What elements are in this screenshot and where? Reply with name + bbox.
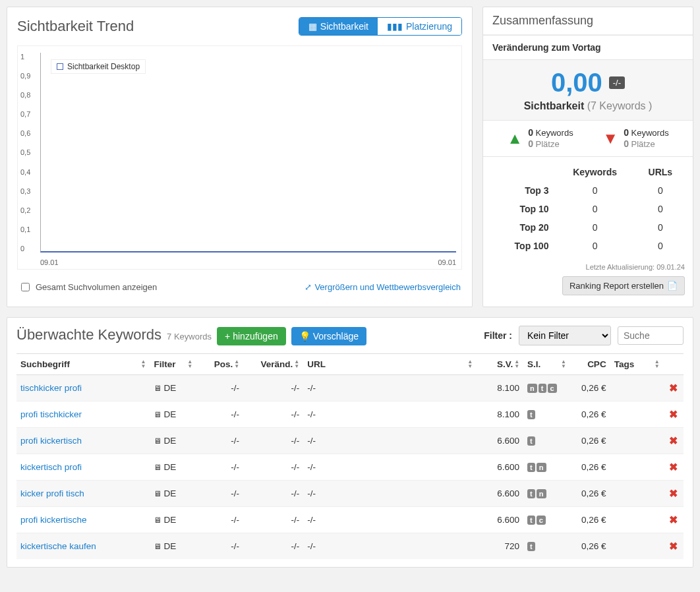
add-keyword-button[interactable]: + hinzufügen [217, 327, 286, 345]
chart: 10,90,80,70,60,50,40,30,20,10 Sichtbarke… [17, 45, 462, 270]
si-badge: t [527, 489, 535, 498]
down-keywords-label: Keywords [631, 128, 669, 138]
top-row-keywords: 0 [555, 181, 634, 200]
monitor-icon [154, 515, 163, 525]
si-badge: t [539, 384, 546, 393]
si-badge: c [537, 516, 546, 525]
bar-chart-icon: ▮▮▮ [387, 21, 403, 32]
delete-icon[interactable]: ✖ [669, 409, 678, 420]
col-si[interactable]: S.I.▲▼ [523, 354, 570, 375]
pos-value: -/- [196, 454, 243, 481]
si-badge: n [527, 384, 537, 393]
y-tick: 0,2 [20, 206, 40, 214]
si-cell: tn [523, 481, 570, 507]
top-row-urls: 0 [635, 181, 686, 200]
monitor-icon [154, 462, 163, 472]
si-cell: tn [523, 454, 570, 481]
gesamt-suchvolumen-checkbox[interactable] [21, 283, 30, 291]
gesamt-suchvolumen-checkbox-wrap[interactable]: Gesamt Suchvolumen anzeigen [18, 281, 157, 293]
keyword-link[interactable]: tischkicker profi [20, 383, 82, 393]
down-places-num: 0 [624, 138, 629, 149]
arrow-down-icon: ▼ [602, 129, 618, 148]
url-value: -/- [303, 375, 477, 401]
trend-panel: Sichtbarkeit Trend ▦ Sichtbarkeit ▮▮▮ Pl… [7, 7, 473, 307]
delete-icon[interactable]: ✖ [669, 541, 678, 552]
sichtbarkeit-count: (7 Keywords ) [587, 100, 653, 111]
monitor-icon [154, 541, 163, 551]
keyword-link[interactable]: kicker profi tisch [20, 488, 84, 498]
search-input[interactable] [618, 326, 684, 345]
verand-value: -/- [243, 375, 303, 401]
filter-value: DE [163, 488, 176, 498]
toggle-sichtbarkeit-label: Sichtbarkeit [320, 21, 368, 32]
filter-select[interactable]: Kein Filter [519, 326, 611, 345]
top-row: Top 20 0 0 [490, 218, 686, 237]
zoom-link[interactable]: ⤢ Vergrößern und Wettbewerbsvergleich [305, 282, 461, 292]
si-cell: t [523, 401, 570, 428]
summary-value: 0,00 [551, 68, 602, 98]
filter-label: Filter : [484, 330, 512, 341]
pos-value: -/- [196, 428, 243, 454]
delete-icon[interactable]: ✖ [669, 435, 678, 446]
cpc-value: 0,26 € [570, 454, 610, 481]
suggest-label: Vorschläge [313, 331, 359, 341]
y-tick: 0,1 [20, 225, 40, 233]
toggle-sichtbarkeit[interactable]: ▦ Sichtbarkeit [299, 18, 378, 35]
filter-value: DE [163, 436, 176, 446]
ranking-report-button[interactable]: Ranking Report erstellen 📄 [562, 276, 685, 295]
top-row: Top 10 0 0 [490, 200, 686, 218]
col-urls: URLs [635, 163, 686, 181]
keyword-link[interactable]: kickertische kaufen [20, 541, 96, 551]
keyword-link[interactable]: kickertisch profi [20, 462, 82, 472]
toggle-platzierung[interactable]: ▮▮▮ Platzierung [378, 18, 461, 35]
col-filter[interactable]: Filter▲▼ [150, 354, 196, 375]
verand-value: -/- [243, 401, 303, 428]
col-pos[interactable]: Pos.▲▼ [196, 354, 243, 375]
keywords-count: 7 Keywords [167, 332, 212, 341]
cpc-value: 0,26 € [570, 428, 610, 454]
cpc-value: 0,26 € [570, 401, 610, 428]
col-cpc[interactable]: CPC [570, 354, 610, 375]
col-tags[interactable]: Tags▲▼ [610, 354, 664, 375]
verand-value: -/- [243, 507, 303, 533]
bulb-icon: 💡 [299, 331, 310, 341]
top-row-keywords: 0 [555, 237, 634, 255]
col-verand[interactable]: Veränd.▲▼ [243, 354, 303, 375]
toggle-platzierung-label: Platzierung [406, 21, 452, 32]
keyword-link[interactable]: profi tischkicker [20, 409, 82, 419]
top-summary-table: Keywords URLs Top 3 0 0Top 10 0 0Top 20 … [490, 163, 686, 255]
sv-value: 6.600 [477, 454, 523, 481]
url-value: -/- [303, 481, 477, 507]
delete-icon[interactable]: ✖ [669, 514, 678, 525]
suggest-button[interactable]: 💡 Vorschläge [291, 327, 366, 345]
delete-icon[interactable]: ✖ [669, 488, 678, 499]
summary-panel: Zusammenfassung Veränderung zum Vortag 0… [482, 7, 693, 307]
top-row-label: Top 100 [490, 237, 555, 255]
delete-icon[interactable]: ✖ [669, 461, 678, 473]
filter-value: DE [163, 409, 176, 419]
cpc-value: 0,26 € [570, 375, 610, 401]
keywords-panel: Überwachte Keywords 7 Keywords + hinzufü… [7, 317, 693, 568]
keywords-table: Suchbegriff▲▼ Filter▲▼ Pos.▲▼ Veränd.▲▼ … [16, 353, 684, 559]
keyword-link[interactable]: profi kickertische [20, 515, 87, 525]
monitor-icon [154, 383, 163, 393]
summary-change-label: Veränderung zum Vortag [483, 35, 693, 59]
table-row: profi tischkicker DE -/- -/- -/- 8.100 t… [16, 401, 684, 428]
si-badge: c [548, 384, 557, 393]
col-suchbegriff[interactable]: Suchbegriff▲▼ [16, 354, 150, 375]
gesamt-suchvolumen-label: Gesamt Suchvolumen anzeigen [36, 282, 157, 292]
verand-value: -/- [243, 533, 303, 560]
keyword-link[interactable]: profi kickertisch [20, 436, 82, 446]
sv-value: 6.600 [477, 507, 523, 533]
expand-icon: ⤢ [305, 282, 312, 292]
delete-icon[interactable]: ✖ [669, 382, 678, 394]
filter-value: DE [163, 462, 176, 472]
si-badge: t [527, 463, 535, 472]
col-sv[interactable]: S.V.▲▼ [477, 354, 523, 375]
pos-value: -/- [196, 375, 243, 401]
si-cell: t [523, 428, 570, 454]
sichtbarkeit-label: Sichtbarkeit [524, 100, 585, 111]
col-url[interactable]: URL▲▼ [303, 354, 477, 375]
tags-value [610, 481, 664, 507]
y-tick: 0,3 [20, 187, 40, 195]
